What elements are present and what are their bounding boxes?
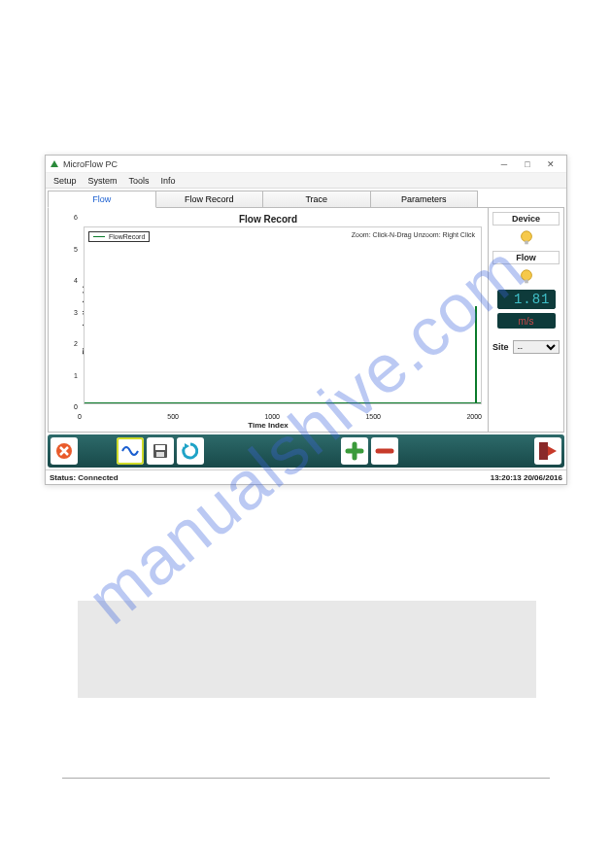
tab-parameters[interactable]: Parameters (370, 191, 479, 208)
close-button[interactable]: ✕ (539, 157, 562, 171)
chart-legend: FlowRecord (88, 231, 150, 242)
menubar: Setup System Tools Info (46, 173, 566, 189)
page-divider (62, 778, 550, 779)
wave-button[interactable] (117, 437, 144, 465)
save-button[interactable] (147, 437, 174, 465)
flow-label: Flow (492, 251, 560, 264)
tab-flow-record[interactable]: Flow Record (155, 191, 264, 208)
y-ticks: 6 5 4 3 2 1 0 (66, 214, 78, 410)
x-ticks: 0 500 1000 1500 2000 (78, 413, 482, 420)
tab-flow[interactable]: Flow (48, 191, 156, 208)
plus-button[interactable] (341, 437, 368, 465)
minimize-button[interactable]: ─ (492, 157, 516, 171)
tab-trace[interactable]: Trace (262, 191, 371, 208)
svg-rect-7 (155, 445, 165, 450)
toolbar (48, 434, 564, 468)
chart-title: Flow Record (54, 214, 482, 225)
flow-value-display: 1.81 (497, 290, 556, 309)
app-window: MicroFlow PC ─ □ ✕ Setup System Tools In… (45, 155, 567, 485)
cancel-button[interactable] (51, 437, 78, 465)
x-axis-label: Time Index (248, 421, 289, 430)
sidebar: Device Flow 1.81 m/s Site -- (488, 208, 563, 432)
status-text: Status: Connected (50, 473, 119, 482)
exit-button[interactable] (534, 437, 561, 465)
titlebar: MicroFlow PC ─ □ ✕ (46, 156, 566, 173)
device-label: Device (492, 212, 560, 226)
svg-rect-4 (525, 280, 528, 284)
series-baseline (85, 402, 481, 403)
series-spike (475, 306, 477, 403)
tab-bar: Flow Flow Record Trace Parameters (48, 191, 564, 208)
svg-point-1 (521, 231, 531, 242)
menu-tools[interactable]: Tools (129, 176, 150, 186)
app-icon (50, 159, 59, 169)
svg-marker-9 (185, 443, 189, 449)
minus-button[interactable] (371, 437, 398, 465)
svg-rect-8 (156, 452, 164, 457)
svg-point-3 (521, 270, 531, 281)
refresh-button[interactable] (177, 437, 204, 465)
site-select[interactable]: -- (513, 340, 560, 354)
svg-marker-0 (51, 160, 58, 167)
svg-rect-2 (525, 241, 528, 245)
status-timestamp: 13:20:13 20/06/2016 (491, 473, 562, 482)
menu-system[interactable]: System (88, 176, 118, 186)
menu-info[interactable]: Info (161, 176, 176, 186)
svg-rect-10 (539, 442, 548, 460)
bulb-icon (518, 268, 535, 286)
status-bar: Status: Connected 13:20:13 20/06/2016 (46, 469, 566, 484)
svg-marker-11 (548, 446, 557, 456)
menu-setup[interactable]: Setup (53, 176, 77, 186)
chart-plot-area[interactable]: FlowRecord Zoom: Click-N-Drag Unzoom: Ri… (84, 226, 482, 404)
site-label: Site (492, 342, 509, 352)
bulb-icon (518, 229, 535, 247)
maximize-button[interactable]: □ (516, 157, 539, 171)
chart-panel: Flow Record Flow velocity (m/s) Time Ind… (49, 208, 488, 432)
flow-unit-display: m/s (497, 313, 556, 329)
window-title: MicroFlow PC (63, 159, 118, 169)
zoom-hint: Zoom: Click-N-Drag Unzoom: Right Click (352, 231, 475, 238)
placeholder-box (78, 601, 536, 698)
